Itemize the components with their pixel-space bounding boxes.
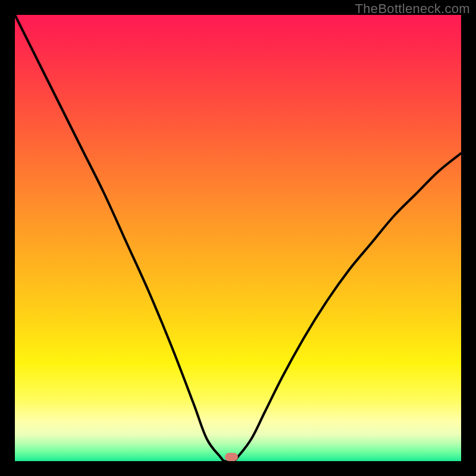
curve-path [15, 15, 461, 462]
chart-frame: TheBottleneck.com [0, 0, 476, 476]
bottleneck-curve [15, 15, 461, 461]
bottleneck-marker [225, 453, 238, 461]
plot-area [15, 15, 461, 461]
watermark-text: TheBottleneck.com [355, 1, 470, 17]
